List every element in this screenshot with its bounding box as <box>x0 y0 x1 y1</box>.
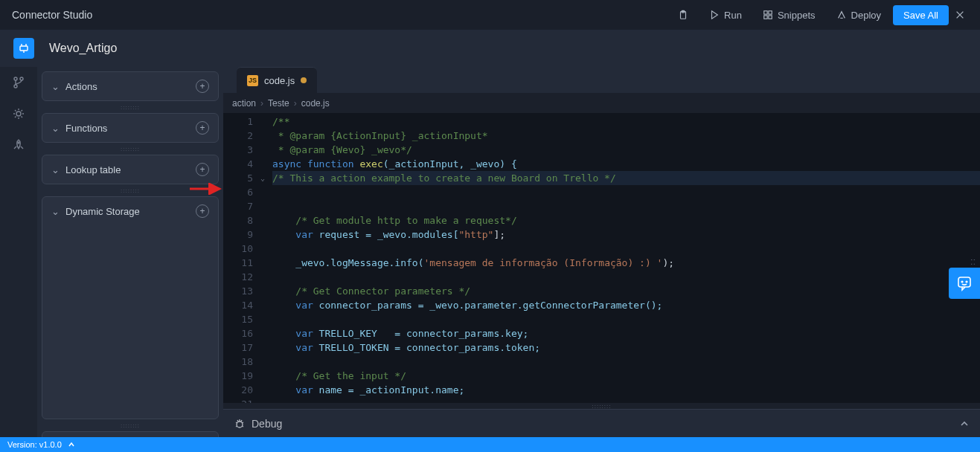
tab-code-js[interactable]: JS code.js <box>237 67 317 93</box>
deploy-button[interactable]: Deploy <box>827 5 890 25</box>
top-bar: Connector Studio Run Snippets Deploy Sav… <box>0 0 980 30</box>
tab-filename: code.js <box>264 75 295 86</box>
run-label: Run <box>724 10 742 21</box>
gear-icon <box>12 107 25 120</box>
svg-point-8 <box>14 85 17 88</box>
breadcrumb: action › Teste › code.js <box>223 94 980 113</box>
panel-actions: ⌄ Actions + <box>42 71 219 101</box>
debug-panel-header[interactable]: Debug <box>223 409 980 437</box>
project-name: Wevo_Artigo <box>49 42 117 55</box>
chevron-right-icon: › <box>294 98 297 109</box>
svg-point-15 <box>961 281 963 282</box>
js-icon: JS <box>247 75 258 86</box>
breadcrumb-item[interactable]: action <box>232 98 256 109</box>
status-bar: Version: v1.0.0 <box>0 437 980 452</box>
sidebar: ⌄ Actions + :::::::: ⌄ Functions + :::::… <box>37 67 223 437</box>
close-button[interactable] <box>952 5 968 25</box>
svg-rect-4 <box>764 16 767 19</box>
svg-rect-6 <box>20 46 28 51</box>
main-layout: ⌄ Actions + :::::::: ⌄ Functions + :::::… <box>0 67 980 437</box>
snippets-button[interactable]: Snippets <box>754 5 824 25</box>
save-all-label: Save All <box>903 10 938 21</box>
deploy-icon <box>836 10 847 20</box>
clipboard-button[interactable] <box>669 5 697 25</box>
tab-strip: JS code.js <box>223 67 980 94</box>
code-content[interactable]: /** * @param {ActionInput} _actionInput*… <box>272 113 980 403</box>
snippets-label: Snippets <box>778 10 816 21</box>
svg-point-9 <box>20 77 23 80</box>
panel-body-dynamic-storage <box>42 225 218 419</box>
topbar-actions: Run Snippets Deploy Save All <box>669 5 968 25</box>
code-editor[interactable]: 1234567891011121314151617181920212223 ⌄ … <box>223 113 980 403</box>
deploy-label: Deploy <box>851 10 881 21</box>
panel-label: Lookup table <box>65 164 121 175</box>
activity-rail <box>0 67 37 437</box>
chevron-up-icon <box>959 419 970 429</box>
snippets-icon <box>763 10 773 20</box>
play-icon <box>709 10 720 20</box>
chevron-down-icon: ⌄ <box>51 206 60 217</box>
chat-smile-icon <box>956 275 973 291</box>
app-title: Connector Studio <box>12 9 92 21</box>
run-button[interactable]: Run <box>700 5 751 25</box>
panel-header-functions[interactable]: ⌄ Functions + <box>42 114 218 142</box>
dirty-indicator-icon <box>301 77 307 83</box>
help-widget[interactable] <box>949 268 980 299</box>
panel-functions: ⌄ Functions + <box>42 113 219 143</box>
project-icon <box>13 38 34 59</box>
add-function-button[interactable]: + <box>196 121 209 135</box>
rail-item-branch[interactable] <box>12 76 25 89</box>
svg-rect-3 <box>769 11 772 14</box>
rocket-icon <box>12 138 25 152</box>
project-bar: Wevo_Artigo <box>0 30 980 67</box>
svg-rect-2 <box>764 11 767 14</box>
panel-label: Dynamic Storage <box>65 206 140 217</box>
chevron-down-icon: ⌄ <box>51 123 60 134</box>
debug-label: Debug <box>252 418 282 430</box>
branch-icon <box>12 76 25 89</box>
expand-debug-button[interactable] <box>959 419 970 429</box>
panel-label: Actions <box>65 81 97 92</box>
editor-area: JS code.js action › Teste › code.js 1234… <box>223 67 980 437</box>
resize-grip[interactable]: :::::::: <box>42 146 219 152</box>
add-dynamic-storage-button[interactable]: + <box>196 204 209 218</box>
resize-grip[interactable]: :::::::: <box>42 104 219 110</box>
panel-header-lookup[interactable]: ⌄ Lookup table + <box>42 155 218 184</box>
save-all-button[interactable]: Save All <box>893 5 949 25</box>
svg-rect-5 <box>769 16 772 19</box>
status-expand-button[interactable] <box>68 441 75 448</box>
svg-rect-14 <box>958 277 970 287</box>
line-number-gutter: 1234567891011121314151617181920212223 <box>223 113 260 403</box>
resize-grip[interactable]: :::::::: <box>223 403 980 409</box>
fold-gutter: ⌄ ⌄ <box>260 113 272 403</box>
breadcrumb-item[interactable]: Teste <box>268 98 289 109</box>
version-label: Version: v1.0.0 <box>7 440 62 449</box>
resize-grip[interactable]: :::::::: <box>42 422 219 428</box>
svg-point-16 <box>966 281 967 282</box>
clipboard-icon <box>678 10 688 20</box>
chevron-right-icon: › <box>260 98 263 109</box>
panel-lookup: ⌄ Lookup table + <box>42 155 219 184</box>
chevron-down-icon: ⌄ <box>51 81 60 92</box>
add-action-button[interactable]: + <box>196 80 209 93</box>
bug-icon <box>234 418 246 430</box>
panel-dynamic-storage: ⌄ Dynamic Storage + <box>42 196 219 419</box>
panel-header-dynamic-storage[interactable]: ⌄ Dynamic Storage + <box>42 197 218 225</box>
svg-point-13 <box>237 422 243 427</box>
chevron-up-icon <box>68 441 75 448</box>
svg-point-11 <box>18 142 19 143</box>
svg-point-10 <box>16 112 21 116</box>
panel-label: Functions <box>65 123 107 134</box>
plug-icon <box>18 42 30 54</box>
add-lookup-button[interactable]: + <box>196 163 209 176</box>
resize-grip[interactable]: :::::::: <box>42 187 219 193</box>
panel-header-actions[interactable]: ⌄ Actions + <box>42 72 218 100</box>
rail-item-rocket[interactable] <box>12 138 25 152</box>
svg-point-7 <box>14 77 17 80</box>
rail-item-settings[interactable] <box>12 107 25 120</box>
close-icon <box>955 10 965 20</box>
breadcrumb-item[interactable]: code.js <box>301 98 330 109</box>
chevron-down-icon: ⌄ <box>51 164 60 175</box>
